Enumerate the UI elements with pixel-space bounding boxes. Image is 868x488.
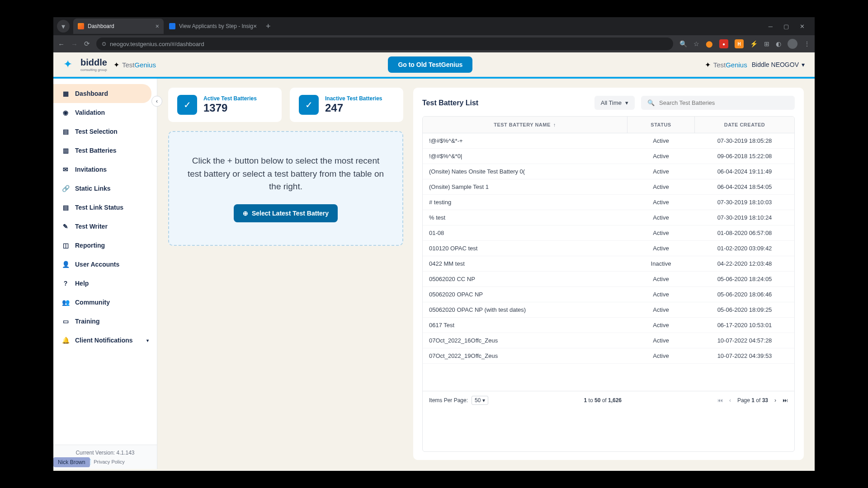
user-icon: 👤 — [61, 260, 70, 268]
column-date[interactable]: DATE CREATED — [695, 117, 794, 133]
sidebar-item-static-links[interactable]: 🔗Static Links — [53, 179, 157, 198]
sidebar-item-test-batteries[interactable]: ▥Test Batteries — [53, 141, 157, 160]
active-batteries-card[interactable]: ✓ Active Test Batteries 1379 — [168, 88, 282, 122]
select-latest-button[interactable]: ⊕ Select Latest Test Battery — [234, 204, 338, 222]
guide-card: Click the + button below to select the m… — [168, 131, 403, 246]
table-row[interactable]: % testActive07-30-2019 18:10:24 — [423, 210, 794, 225]
table-row[interactable]: 010120 OPAC testActive01-02-2020 03:09:4… — [423, 241, 794, 256]
cell-date: 07-30-2019 18:10:03 — [695, 195, 794, 210]
forward-button[interactable]: → — [71, 40, 78, 48]
last-page-button[interactable]: ⏭ — [783, 397, 788, 404]
go-to-old-button[interactable]: Go to Old TestGenius — [388, 56, 472, 73]
panel-title: Test Battery List — [422, 99, 478, 107]
search-field[interactable] — [659, 99, 788, 106]
tab-search-button[interactable]: ▾ — [57, 20, 70, 33]
sidebar-item-help[interactable]: ?Help — [53, 274, 157, 293]
page-content: biddle consulting group ✦ TestGenius Go … — [53, 52, 815, 471]
bookmark-icon[interactable]: ☆ — [693, 40, 699, 47]
close-window-icon[interactable]: ✕ — [800, 23, 805, 30]
cell-name: 010120 OPAC test — [423, 241, 627, 256]
cell-status: Active — [627, 302, 695, 317]
cell-name: # testing — [423, 195, 627, 210]
table-row[interactable]: (Onsite) Sample Test 1Active06-04-2024 1… — [423, 179, 794, 195]
table-row[interactable]: # testingActive07-30-2019 18:10:03 — [423, 195, 794, 210]
cell-name: 01-08 — [423, 225, 627, 240]
address-bar[interactable]: ⊙ neogov.testgenius.com/#/dashboard — [96, 38, 673, 50]
sidebar-item-user-accounts[interactable]: 👤User Accounts — [53, 255, 157, 274]
close-icon[interactable]: × — [253, 23, 257, 30]
cell-name: 05062020 OPAC NP — [423, 287, 627, 302]
time-filter-dropdown[interactable]: All Time ▾ — [594, 96, 635, 110]
menu-icon[interactable]: ⋮ — [804, 40, 810, 47]
table-row[interactable]: (Onsite) Nates Onsite Test Battery 0(Act… — [423, 164, 794, 179]
sidebar-item-label: Static Links — [75, 185, 111, 192]
sidebar-item-validation[interactable]: ◉Validation — [53, 103, 157, 122]
sort-asc-icon: ↑ — [553, 122, 556, 127]
testgenius-logo[interactable]: ✦ TestGenius — [113, 61, 156, 69]
cell-status: Active — [627, 318, 695, 333]
prev-page-button[interactable]: ‹ — [729, 397, 731, 404]
sidebar-item-reporting[interactable]: ◫Reporting — [53, 236, 157, 255]
table-row[interactable]: 07Oct_2022_16Offc_ZeusActive10-07-2022 0… — [423, 333, 794, 348]
sidebar-item-invitations[interactable]: ✉Invitations — [53, 160, 157, 179]
zoom-icon[interactable]: 🔍 — [679, 40, 687, 47]
browser-tab-active[interactable]: Dashboard × — [73, 19, 164, 34]
maximize-icon[interactable]: ▢ — [783, 23, 789, 30]
sidebar-item-test-link-status[interactable]: ▤Test Link Status — [53, 198, 157, 217]
items-per-page-select[interactable]: 50 ▾ — [472, 396, 488, 405]
table-row[interactable]: 05062020 OPAC NPActive05-06-2020 18:06:4… — [423, 287, 794, 302]
sidebar-item-client-notifications[interactable]: 🔔Client Notifications▾ — [53, 331, 157, 350]
browser-tab-inactive[interactable]: View Applicants by Step - Insig × — [165, 19, 261, 34]
ext-icon[interactable]: ⚡ — [750, 40, 758, 47]
table-row[interactable]: !@#$%^&*-+Active07-30-2019 18:05:28 — [423, 133, 794, 149]
close-icon[interactable]: × — [156, 23, 159, 30]
search-input[interactable]: 🔍 — [641, 96, 795, 110]
cell-date: 04-22-2020 12:03:48 — [695, 256, 794, 271]
minimize-icon[interactable]: ─ — [769, 23, 773, 30]
reload-button[interactable]: ⟳ — [84, 40, 90, 48]
stat-label: Active Test Batteries — [203, 95, 257, 102]
org-selector[interactable]: Biddle NEOGOV ▾ — [752, 61, 805, 68]
ext-icon[interactable]: H — [735, 39, 744, 48]
column-name[interactable]: TEST BATTERY NAME ↑ — [423, 117, 627, 133]
inactive-batteries-card[interactable]: ✓ Inactive Test Batteries 247 — [290, 88, 403, 122]
site-info-icon[interactable]: ⊙ — [102, 41, 106, 47]
table-row[interactable]: 0422 MM testInactive04-22-2020 12:03:48 — [423, 256, 794, 272]
cell-name: 07Oct_2022_16Offc_Zeus — [423, 333, 627, 348]
table-row[interactable]: !@#$%^&*0|Active09-06-2018 15:22:08 — [423, 149, 794, 164]
url-text: neogov.testgenius.com/#/dashboard — [110, 41, 204, 47]
brand-header: biddle consulting group ✦ TestGenius Go … — [53, 52, 815, 79]
cell-name: % test — [423, 210, 627, 225]
sidebar-item-training[interactable]: ▭Training — [53, 312, 157, 331]
cell-name: 05062020 CC NP — [423, 272, 627, 286]
first-page-button[interactable]: ⏮ — [717, 397, 723, 404]
cell-date: 05-06-2020 18:24:05 — [695, 272, 794, 286]
stat-value: 247 — [325, 102, 382, 114]
extensions-icon[interactable]: ⊞ — [764, 40, 769, 47]
table-row[interactable]: 01-08Active01-08-2020 06:57:08 — [423, 225, 794, 241]
sidebar-item-test-writer[interactable]: ✎Test Writer — [53, 217, 157, 236]
cell-date: 05-06-2020 18:06:46 — [695, 287, 794, 302]
new-tab-button[interactable]: + — [266, 22, 271, 31]
sidebar-item-test-selection[interactable]: ▤Test Selection — [53, 122, 157, 141]
sidebar-item-community[interactable]: 👥Community — [53, 293, 157, 312]
logo-subtitle: consulting group — [80, 68, 107, 72]
cell-status: Inactive — [627, 256, 695, 271]
table-row[interactable]: 05062020 CC NPActive05-06-2020 18:24:05 — [423, 272, 794, 287]
column-status[interactable]: STATUS — [627, 117, 695, 133]
biddle-logo[interactable]: biddle consulting group — [63, 57, 107, 72]
ext-icon[interactable]: ◐ — [776, 40, 781, 47]
next-page-button[interactable]: › — [774, 397, 776, 404]
table-row[interactable]: 07Oct_2022_19Offc_ZeusActive10-07-2022 0… — [423, 348, 794, 364]
items-per-page-label: Items Per Page: — [429, 397, 468, 404]
profile-avatar[interactable] — [788, 39, 797, 49]
table-row[interactable]: 0617 TestActive06-17-2020 10:53:01 — [423, 318, 794, 333]
sidebar-item-dashboard[interactable]: ▦Dashboard — [53, 84, 151, 103]
ext-icon[interactable]: ● — [719, 39, 728, 48]
sidebar-item-label: Training — [75, 318, 99, 325]
collapse-sidebar-button[interactable]: ‹ — [151, 96, 162, 107]
cell-status: Active — [627, 179, 695, 194]
back-button[interactable]: ← — [58, 40, 65, 48]
ext-icon[interactable]: ⬤ — [706, 40, 713, 47]
table-row[interactable]: 05062020 OPAC NP (with test dates)Active… — [423, 302, 794, 318]
